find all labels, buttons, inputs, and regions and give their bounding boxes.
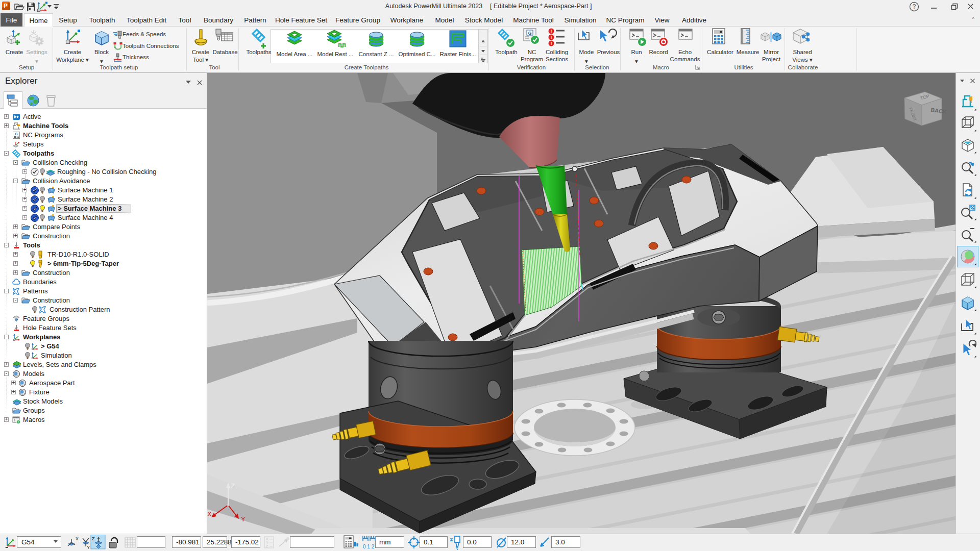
svg-text:G: G bbox=[15, 132, 18, 136]
svg-text:X: X bbox=[266, 537, 268, 541]
svg-text:P: P bbox=[4, 3, 7, 9]
svg-text:X: X bbox=[76, 536, 79, 541]
svg-text:Y: Y bbox=[87, 545, 90, 550]
svg-text:Z: Z bbox=[92, 536, 95, 541]
svg-text:Z: Z bbox=[231, 482, 235, 490]
svg-text:Y: Y bbox=[241, 515, 246, 523]
svg-text:!: ! bbox=[551, 35, 552, 40]
svg-text:!: ! bbox=[551, 29, 552, 34]
svg-text:!: ! bbox=[551, 41, 552, 46]
svg-text:0 1 2: 0 1 2 bbox=[363, 544, 375, 549]
svg-text:Z: Z bbox=[266, 544, 268, 548]
svg-text:G: G bbox=[528, 31, 531, 36]
svg-text:X: X bbox=[207, 510, 212, 518]
svg-text:?: ? bbox=[913, 3, 916, 10]
svg-text:Y: Y bbox=[266, 541, 268, 544]
